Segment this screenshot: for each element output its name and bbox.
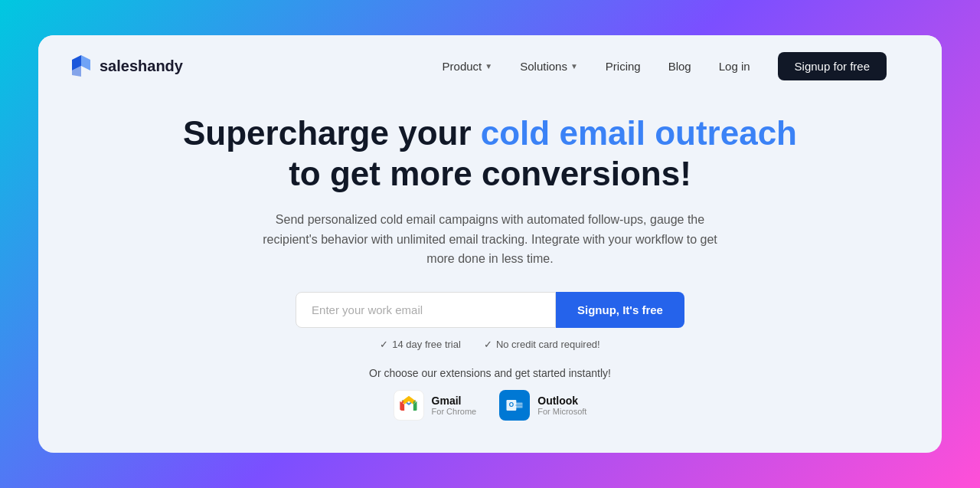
main-card: saleshandy Product ▼ Solutions ▼ Pricing…	[38, 35, 942, 453]
extensions-label: Or choose our extensions and get started…	[369, 367, 611, 379]
svg-marker-1	[81, 55, 90, 70]
email-input[interactable]	[296, 292, 556, 328]
outlook-extension[interactable]: O Outlook For Microsoft	[499, 390, 586, 421]
logo-icon	[69, 54, 93, 78]
nav-product[interactable]: Product ▼	[443, 60, 493, 73]
logo[interactable]: saleshandy	[69, 54, 183, 78]
hero-subtitle: Send personalized cold email campaigns w…	[253, 210, 727, 269]
trial-item-2: ✓ No credit card required!	[484, 339, 600, 350]
hero-title: Supercharge your cold email outreach to …	[183, 113, 797, 195]
gmail-info: Gmail For Chrome	[432, 395, 477, 416]
nav-solutions[interactable]: Solutions ▼	[520, 60, 578, 73]
outlook-icon: O	[499, 390, 530, 421]
email-form: Signup, It's free	[296, 292, 684, 328]
cta-button[interactable]: Signup, It's free	[556, 292, 684, 328]
nav-links: Product ▼ Solutions ▼ Pricing Blog Log i…	[443, 52, 887, 80]
solutions-chevron-icon: ▼	[570, 62, 578, 70]
navbar: saleshandy Product ▼ Solutions ▼ Pricing…	[38, 35, 942, 97]
svg-text:O: O	[509, 401, 514, 408]
hero-section: Supercharge your cold email outreach to …	[38, 97, 942, 453]
trial-item-1: ✓ 14 day free trial	[380, 339, 461, 350]
nav-pricing[interactable]: Pricing	[606, 60, 641, 73]
product-chevron-icon: ▼	[485, 62, 492, 70]
gmail-icon	[394, 390, 424, 421]
nav-login[interactable]: Log in	[719, 60, 750, 73]
check-icon-2: ✓	[484, 339, 492, 350]
trial-info: ✓ 14 day free trial ✓ No credit card req…	[380, 339, 599, 350]
nav-signup-button[interactable]: Signup for free	[778, 52, 887, 80]
outlook-info: Outlook For Microsoft	[537, 395, 586, 416]
nav-blog[interactable]: Blog	[668, 60, 691, 73]
check-icon-1: ✓	[380, 339, 388, 350]
logo-text: saleshandy	[100, 57, 183, 75]
gmail-extension[interactable]: Gmail For Chrome	[394, 390, 477, 421]
extensions-list: Gmail For Chrome O Outlook	[394, 390, 587, 421]
